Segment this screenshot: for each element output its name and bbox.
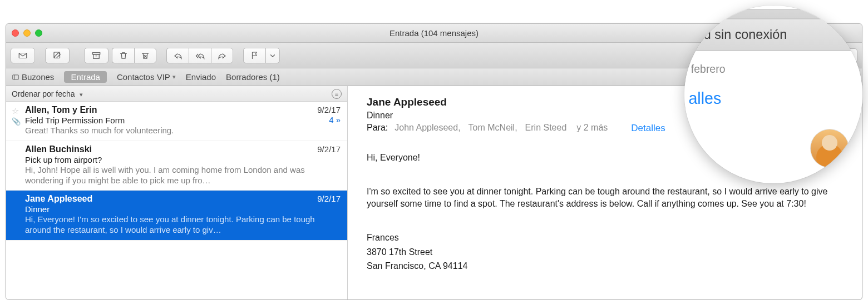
recipient-name[interactable]: John Appleseed, [394, 123, 460, 132]
reply-all-icon [195, 51, 205, 61]
message-list-item[interactable]: Jane Appleseed9/2/17DinnerHi, Everyone! … [6, 191, 347, 241]
message-from: Allen Buchinski [25, 144, 92, 154]
message-preview: Hi, John! Hope all is well with you. I a… [25, 165, 341, 186]
sidebar-icon [12, 73, 19, 81]
fav-inbox[interactable]: Entrada [64, 71, 107, 83]
message-date: 9/2/17 [317, 105, 341, 115]
filter-button[interactable]: ≡ [332, 89, 342, 99]
message-preview: Great! Thanks so much for volunteering. [25, 126, 341, 136]
body-line: Frances [367, 232, 840, 244]
body-line: I'm so excited to see you at dinner toni… [367, 186, 840, 209]
flag-menu-button[interactable] [265, 48, 280, 63]
close-window-button[interactable] [12, 29, 19, 37]
message-from: Allen, Tom y Erin [25, 105, 97, 115]
chevron-down-icon [268, 51, 278, 61]
message-subject: Field Trip Permission Form [25, 116, 125, 125]
forward-button[interactable] [211, 48, 233, 63]
flag-group [243, 48, 280, 63]
reply-group [166, 48, 233, 63]
reader-more-recipients: y 2 más [576, 123, 608, 134]
junk-button[interactable] [134, 48, 156, 63]
message-subject: Pick up from airport? [25, 155, 102, 164]
magnifier-callout: Busca Red sin conexión 9 de febrero alle… [684, 6, 862, 183]
compose-icon [52, 51, 62, 61]
message-date: 9/2/17 [317, 194, 341, 204]
recipient-name[interactable]: Tom McNeil, [468, 123, 517, 132]
flag-icon [250, 51, 260, 61]
sort-bar[interactable]: Ordenar por fecha ▾ ≡ [6, 86, 347, 102]
details-link-fragment[interactable]: alles [688, 89, 721, 108]
delete-group [112, 48, 156, 63]
get-mail-button[interactable] [11, 48, 35, 63]
star-icon[interactable]: ☆ [12, 106, 19, 116]
message-list-item[interactable]: ☆📎Allen, Tom y Erin9/2/17Field Trip Perm… [6, 102, 347, 141]
archive-icon [91, 51, 101, 61]
svg-rect-3 [93, 54, 100, 58]
attachment-icon: 📎 [12, 117, 21, 126]
trash-icon [119, 51, 129, 61]
fav-drafts[interactable]: Borradores (1) [226, 72, 280, 82]
reply-all-button[interactable] [189, 48, 211, 63]
details-link[interactable]: Detalles [631, 123, 665, 134]
flag-button[interactable] [243, 48, 265, 63]
body-line: San Francisco, CA 94114 [367, 260, 840, 272]
reader-date-fragment: 9 de febrero [684, 63, 862, 75]
chevron-down-icon: ▾ [172, 73, 176, 81]
body-line: 3870 17th Street [367, 246, 840, 258]
message-subject: Dinner [25, 204, 50, 214]
message-preview: Hi, Everyone! I'm so excited to see you … [25, 214, 341, 236]
message-list-pane: Ordenar por fecha ▾ ≡ ☆📎Allen, Tom y Eri… [6, 86, 348, 299]
thread-count: 4 » [329, 115, 341, 125]
reply-icon [173, 51, 183, 61]
window-controls [12, 29, 42, 37]
recipient-name[interactable]: Erin Steed [525, 123, 567, 132]
message-list-item[interactable]: Allen Buchinski9/2/17Pick up from airpor… [6, 141, 347, 191]
fav-vip[interactable]: Contactos VIP ▾ [117, 72, 176, 82]
zoom-window-button[interactable] [35, 29, 42, 37]
junk-icon [140, 51, 150, 61]
sort-label: Ordenar por fecha [12, 89, 75, 98]
svg-rect-5 [13, 74, 19, 79]
message-list: ☆📎Allen, Tom y Erin9/2/17Field Trip Perm… [6, 102, 347, 241]
message-from: Jane Appleseed [25, 194, 92, 204]
delete-button[interactable] [112, 48, 134, 63]
envelope-icon [18, 51, 28, 61]
to-label: Para: [367, 123, 388, 134]
message-date: 9/2/17 [317, 144, 341, 154]
minimize-window-button[interactable] [23, 29, 31, 37]
mailboxes-toggle[interactable]: Buzones [12, 72, 54, 82]
body-line [367, 212, 840, 224]
fav-sent[interactable]: Enviado [186, 72, 216, 82]
chevron-down-icon: ▾ [80, 91, 83, 98]
svg-rect-0 [19, 53, 27, 58]
reply-button[interactable] [166, 48, 189, 63]
compose-button[interactable] [45, 48, 70, 63]
archive-button[interactable] [84, 48, 108, 63]
search-input[interactable]: Busca [684, 6, 804, 9]
reader-from: Jane Appleseed [367, 96, 447, 108]
forward-icon [217, 51, 227, 61]
